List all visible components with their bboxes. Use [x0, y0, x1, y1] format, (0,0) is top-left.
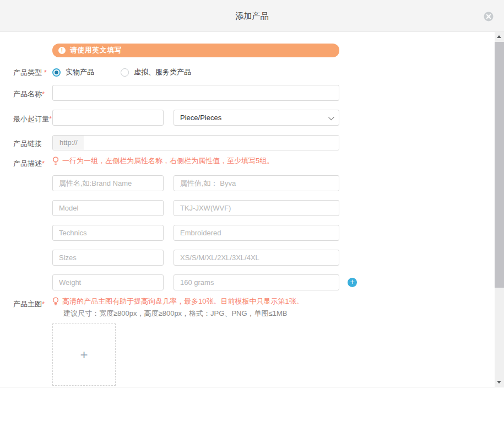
add-attribute-button[interactable]: +	[348, 278, 357, 287]
attr-name-input-5[interactable]	[52, 274, 164, 290]
modal-header: 添加产品	[0, 0, 504, 32]
notice-banner: ! 请使用英文填写	[52, 44, 339, 57]
attr-name-input-2[interactable]	[52, 200, 164, 216]
attr-value-input-5[interactable]	[174, 274, 339, 290]
unit-select[interactable]: Piece/Pieces	[174, 110, 339, 126]
upload-plus-icon: +	[80, 347, 88, 363]
product-type-label: 产品类型 *	[13, 68, 47, 78]
scrollbar-thumb[interactable]	[495, 42, 504, 288]
required-mark: *	[42, 159, 45, 168]
product-image-hint-text: 高清的产品主图有助于提高询盘几率，最多10张。目前模板中只显示第1张。	[62, 296, 304, 306]
image-upload-box[interactable]: +	[52, 323, 116, 386]
product-link-label: 产品链接	[13, 139, 42, 149]
product-type-radio-group: 实物产品 虚拟、服务类产品	[52, 67, 191, 77]
modal-footer: 保存 取消	[0, 387, 504, 426]
unit-select-value: Piece/Pieces	[180, 114, 328, 122]
close-icon[interactable]	[484, 12, 494, 21]
min-order-input[interactable]	[52, 110, 164, 126]
attr-value-input-4[interactable]	[174, 250, 339, 266]
scrollbar-down-arrow[interactable]	[495, 378, 504, 387]
product-image-hint: 高清的产品主图有助于提高询盘几率，最多10张。目前模板中只显示第1张。	[52, 296, 304, 306]
info-icon: !	[58, 47, 66, 54]
attr-name-input-4[interactable]	[52, 250, 164, 266]
attr-value-input-1[interactable]	[174, 175, 339, 191]
required-mark: *	[44, 68, 47, 77]
radio-virtual-product[interactable]	[121, 68, 129, 77]
product-name-label: 产品名称*	[13, 89, 45, 99]
radio-physical-product[interactable]	[52, 68, 61, 77]
attr-value-input-3[interactable]	[174, 225, 339, 241]
modal-title: 添加产品	[0, 0, 504, 32]
lightbulb-icon	[52, 157, 59, 165]
product-desc-hint-text: 一行为一组，左侧栏为属性名称，右侧栏为属性值，至少填写5组。	[62, 156, 274, 166]
product-desc-hint: 一行为一组，左侧栏为属性名称，右侧栏为属性值，至少填写5组。	[52, 156, 274, 166]
attr-name-input-3[interactable]	[52, 225, 164, 241]
min-order-label: 最小起订量*	[13, 114, 52, 124]
add-product-modal: 添加产品 ! 请使用英文填写 产品类型 * 实物产品 虚拟、服务类产品 产品名称…	[0, 0, 504, 426]
required-mark: *	[42, 90, 45, 98]
scrollbar-up-arrow[interactable]	[495, 32, 504, 41]
product-link-field: http://	[52, 135, 339, 150]
product-image-spec: 建议尺寸：宽度≥800px，高度≥800px，格式：JPG、PNG，单图≤1MB	[63, 309, 287, 319]
chevron-down-icon	[328, 114, 334, 120]
required-mark: *	[49, 115, 52, 123]
product-name-input[interactable]	[52, 85, 339, 101]
url-prefix: http://	[53, 136, 84, 150]
product-link-input[interactable]	[84, 136, 339, 150]
product-image-label: 产品主图*	[13, 299, 45, 309]
attr-value-input-2[interactable]	[174, 200, 339, 216]
lightbulb-icon	[52, 297, 59, 306]
product-desc-label: 产品描述*	[13, 159, 45, 169]
radio-virtual-product-label[interactable]: 虚拟、服务类产品	[134, 67, 191, 77]
attr-name-input-1[interactable]	[52, 175, 164, 191]
scrollbar[interactable]	[495, 32, 504, 387]
required-mark: *	[42, 300, 45, 308]
radio-physical-product-label[interactable]: 实物产品	[66, 67, 94, 77]
notice-banner-text: 请使用英文填写	[70, 46, 122, 55]
